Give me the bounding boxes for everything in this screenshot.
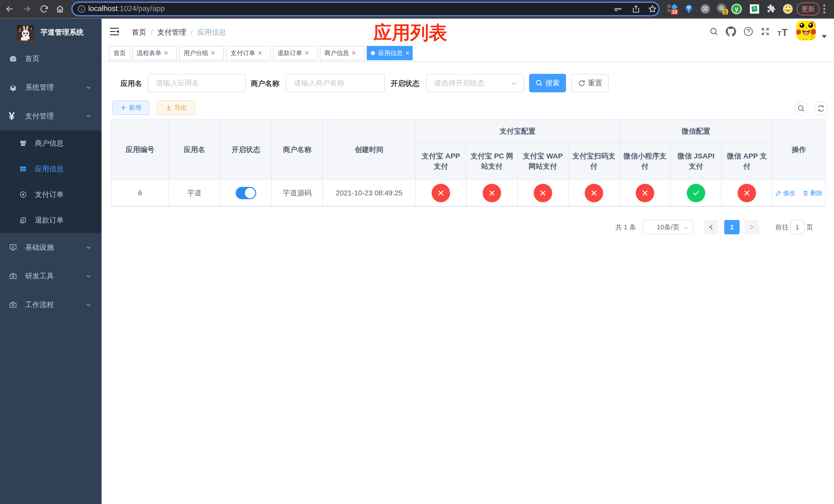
svg-text:¥: ¥ [22,192,24,197]
svg-text:T: T [777,30,782,37]
svg-text:T: T [782,27,788,37]
svg-text:y: y [735,6,738,12]
svg-text:10: 10 [672,9,677,15]
svg-text:1: 1 [724,9,727,15]
svg-text:⌘: ⌘ [702,5,708,12]
